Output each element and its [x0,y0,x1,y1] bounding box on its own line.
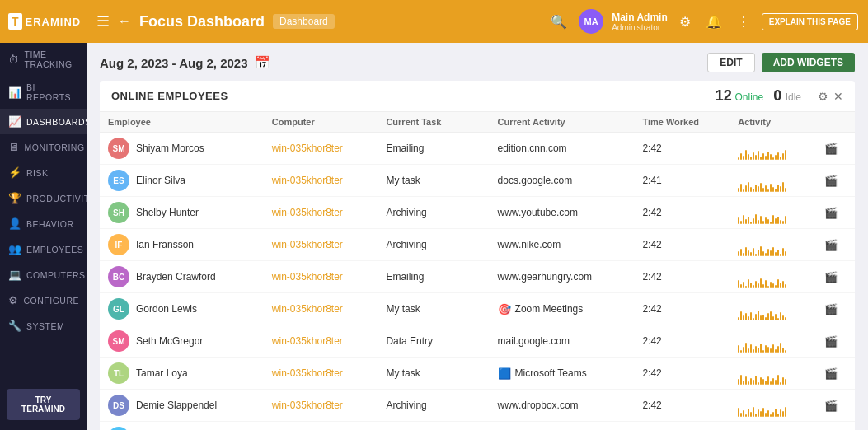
computer-cell[interactable]: win-035khor8ter [264,261,378,293]
action-icons: 🎬 [824,207,847,219]
chart-bar [753,349,754,353]
computer-link[interactable]: win-035khor8ter [272,239,343,250]
computer-cell[interactable]: win-035khor8ter [264,229,378,261]
calendar-icon[interactable]: 📅 [255,55,270,70]
more-icon[interactable]: ⋮ [734,11,753,33]
behavior-icon: 👤 [8,217,21,230]
activity-cell: edition.cnn.com [490,133,635,165]
computer-link[interactable]: win-035khor8ter [272,175,343,186]
bell-icon[interactable]: 🔔 [702,11,725,33]
chart-bar [785,379,786,385]
chart-bar [777,375,779,385]
avatar: SM [108,138,129,159]
computer-link[interactable]: win-035khor8ter [272,207,343,218]
video-icon[interactable]: 🎬 [824,175,838,187]
action-icons: 🎬 [824,143,847,155]
chart-bar [777,346,779,353]
chart-bar [772,157,774,160]
col-computer: Computer [264,112,378,133]
chart-bar [775,155,777,160]
section-close-icon[interactable]: ✕ [833,90,843,103]
computer-cell[interactable]: win-035khor8ter [264,133,378,165]
chart-bar [743,282,744,288]
chart-bar [758,348,759,353]
action-icons: 🎬 [824,335,847,348]
sidebar-label-computers: COMPUTERS [26,270,86,280]
sidebar-item-dashboards[interactable]: 📈DASHBOARDS [0,109,87,134]
chart-bar [758,186,759,192]
chart-bar [745,313,747,320]
chart-bar [772,378,774,385]
search-icon[interactable]: 🔍 [547,11,570,33]
computer-cell[interactable]: win-035khor8ter [264,293,378,325]
activity-chart [738,426,787,430]
chart-bar [743,315,744,320]
computer-cell[interactable]: win-035khor8ter [264,358,378,390]
computer-link[interactable]: win-035khor8ter [272,303,343,315]
chart-bar [767,410,769,417]
try-teramind-button[interactable]: TRY TERAMIND [7,389,80,420]
video-icon[interactable]: 🎬 [824,335,838,348]
computer-link[interactable]: win-035khor8ter [272,335,343,347]
chart-bar [740,249,742,256]
menu-icon[interactable]: ☰ [96,12,110,30]
sidebar-item-risk[interactable]: ⚡RISK [0,160,87,185]
chart-bar [753,380,754,385]
computer-cell[interactable]: win-035khor8ter [264,197,378,229]
back-icon[interactable]: ← [118,14,131,29]
computer-cell[interactable]: win-035khor8ter [264,325,378,358]
chart-bar [782,377,784,385]
activity-chart-cell [730,197,816,229]
computer-cell[interactable]: win-035khor8ter [264,390,378,422]
current-activity: docs.google.com [498,175,626,186]
video-icon[interactable]: 🎬 [824,400,838,412]
chart-bar [775,189,777,192]
chart-bar [780,409,781,417]
video-icon[interactable]: 🎬 [824,239,838,251]
gear-icon[interactable]: ⚙ [676,11,694,33]
computer-cell[interactable]: win-035khor8ter [264,422,378,431]
breadcrumb: Dashboard [273,14,335,29]
sidebar-item-employees[interactable]: 👥EMPLOYEES [0,236,87,262]
computer-link[interactable]: win-035khor8ter [272,367,343,379]
video-icon[interactable]: 🎬 [824,207,838,219]
chart-bar [738,188,739,192]
video-icon[interactable]: 🎬 [824,367,838,380]
employee-name: GL Gordon Lewis [108,298,256,320]
video-icon[interactable]: 🎬 [824,271,838,283]
chart-bar [758,250,759,256]
chart-bar [738,345,739,353]
chart-bar [780,254,781,256]
online-stats: 12 Online 0 Idle ⚙ ✕ [716,87,843,105]
computer-link[interactable]: win-035khor8ter [272,271,343,283]
time-worked-cell: 2:42 [634,325,730,358]
col-current-task: Current Task [378,112,489,133]
chart-bar [765,280,767,288]
video-icon[interactable]: 🎬 [824,303,838,315]
computer-link[interactable]: win-035khor8ter [272,143,343,154]
sidebar-item-computers[interactable]: 💻COMPUTERS [0,262,87,287]
sidebar-label-productivity: PRODUCTIVITY [26,194,96,203]
sidebar-item-productivity[interactable]: 🏆PRODUCTIVITY [0,185,87,211]
computer-link[interactable]: win-035khor8ter [272,400,343,411]
employee-name: ES Elinor Silva [108,170,256,191]
current-activity: 🟦Microsoft Teams [498,367,626,380]
sidebar-item-time-tracking[interactable]: ⏱TIME TRACKING [0,43,87,76]
edit-button[interactable]: EDIT [707,53,754,72]
sidebar-item-bi-reports[interactable]: 📊BI REPORTS [0,76,87,109]
chart-bar [770,250,772,256]
sidebar-item-system[interactable]: 🔧SYSTEM [0,313,87,339]
employee-name: PS Patsy Smith [108,427,256,430]
chart-bar [765,185,767,192]
section-gear-icon[interactable]: ⚙ [818,90,828,103]
video-icon[interactable]: 🎬 [824,143,838,155]
sidebar-item-configure[interactable]: ⚙CONFIGURE [0,287,87,313]
table-row: SM Seth McGregor win-035khor8terData Ent… [100,325,855,358]
sidebar-item-monitoring[interactable]: 🖥MONITORING [0,134,87,160]
sidebar-item-behavior[interactable]: 👤BEHAVIOR [0,211,87,236]
chart-bar [762,221,764,224]
table-row: IF Ian Fransson win-035khor8terArchiving… [100,229,855,261]
add-widgets-button[interactable]: ADD WIDGETS [762,53,855,72]
explain-button[interactable]: EXPLAIN THIS PAGE [762,13,858,30]
computer-cell[interactable]: win-035khor8ter [264,165,378,197]
